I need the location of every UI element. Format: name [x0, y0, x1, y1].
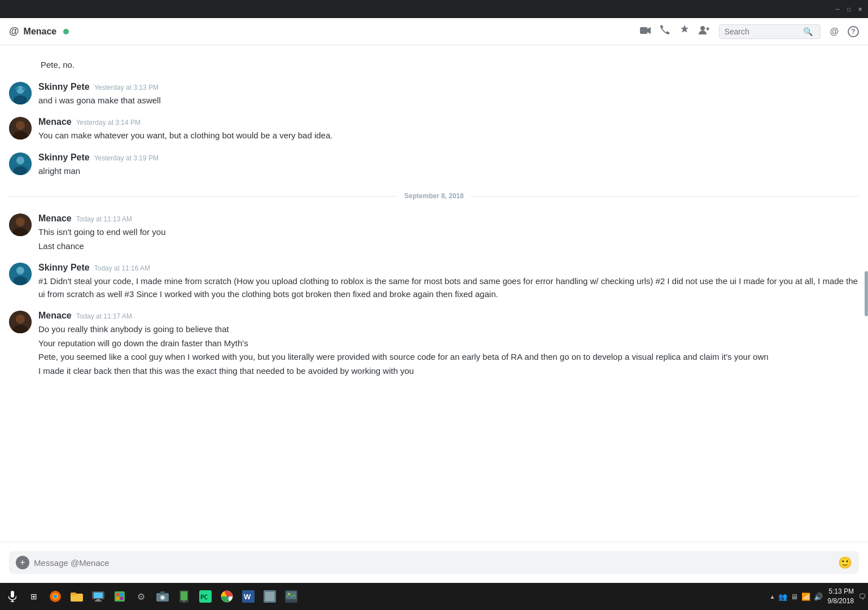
username: Menace [38, 117, 72, 127]
title-bar: ─ □ ✕ [0, 0, 868, 18]
message-group: Skinny Pete Today at 11:16 AM #1 Didn't … [0, 258, 868, 306]
message-content: Skinny Pete Today at 11:16 AM #1 Didn't … [38, 263, 859, 302]
message-line: You can make whatever you want, but a cl… [38, 129, 859, 142]
timestamp: Yesterday at 3:14 PM [76, 119, 141, 127]
message-line: #1 Didn't steal your code, I made mine f… [38, 275, 859, 300]
chrome-icon[interactable] [217, 586, 237, 607]
emoji-button[interactable]: 🙂 [838, 556, 852, 569]
svg-rect-0 [640, 27, 647, 34]
video-call-icon[interactable] [640, 25, 651, 37]
svg-rect-39 [120, 593, 123, 596]
username: Menace [38, 311, 72, 321]
app-icon-1[interactable] [260, 586, 280, 607]
avatar [9, 263, 32, 285]
svg-rect-32 [71, 592, 76, 595]
search-input[interactable] [724, 27, 803, 36]
message-line: Your reputation will go down the drain f… [38, 337, 859, 350]
message-content: Menace Yesterday at 3:14 PM You can make… [38, 117, 859, 143]
phone-app-icon[interactable] [174, 586, 194, 607]
pin-icon[interactable] [680, 25, 690, 38]
svg-point-20 [16, 267, 24, 274]
message-content: Menace Today at 11:17 AM Do you really t… [38, 311, 859, 378]
file-explorer-icon[interactable] [67, 586, 87, 607]
svg-marker-1 [647, 27, 651, 34]
close-button[interactable]: ✕ [857, 6, 863, 12]
svg-point-23 [16, 315, 25, 324]
message-header: Menace Yesterday at 3:14 PM [38, 117, 859, 127]
svg-rect-25 [11, 591, 14, 598]
message-header: Skinny Pete Yesterday at 3:19 PM [38, 152, 859, 163]
username: Menace [38, 213, 72, 224]
avatar [9, 213, 32, 236]
message-text: and i was gona make that aswell [38, 94, 859, 107]
message-group: Menace Yesterday at 3:14 PM You can make… [0, 112, 868, 148]
username: Skinny Pete [38, 82, 90, 92]
message-line: This isn't going to end well for you [38, 226, 859, 239]
screenshot-icon[interactable] [152, 586, 173, 607]
scrollbar-indicator[interactable] [865, 271, 868, 316]
timestamp: Yesterday at 3:13 PM [94, 84, 159, 91]
add-friend-icon[interactable] [699, 25, 710, 37]
mention-icon[interactable]: @ [830, 27, 839, 37]
help-icon[interactable]: ? [848, 26, 859, 37]
title-bar-controls: ─ □ ✕ [834, 6, 863, 12]
svg-point-7 [14, 95, 27, 104]
message-group: Menace Today at 11:17 AM Do you really t… [0, 306, 868, 383]
image-viewer-icon[interactable] [281, 586, 301, 607]
taskbar-right: ▲ 👥 🖥 📶 🔊 5:13 PM 9/8/2018 🗨 [769, 587, 866, 606]
timestamp: Today at 11:16 AM [94, 264, 150, 272]
firefox-icon[interactable] [45, 586, 65, 607]
svg-rect-35 [97, 599, 100, 600]
maximize-button[interactable]: □ [845, 6, 852, 12]
search-icon: 🔍 [803, 27, 813, 36]
microphone-icon[interactable] [2, 586, 23, 607]
message-text: Pete, no. [41, 59, 859, 72]
message-input-wrapper: + 🙂 [9, 551, 859, 574]
username: Skinny Pete [38, 152, 90, 163]
notification-icon[interactable]: 🗨 [858, 592, 866, 601]
ide-icon[interactable]: PC [195, 586, 216, 607]
message-group: Menace Today at 11:13 AM This isn't goin… [0, 209, 868, 258]
message-header: Skinny Pete Today at 11:16 AM [38, 263, 859, 273]
svg-point-44 [161, 596, 164, 599]
message-line: Pete, no. [41, 59, 859, 72]
tray-expand[interactable]: ▲ [769, 594, 775, 600]
date-separator: September 8, 2018 [0, 183, 868, 209]
task-view-icon[interactable]: ⊞ [24, 586, 44, 607]
attach-button[interactable]: + [16, 556, 29, 569]
search-box[interactable]: 🔍 [719, 24, 821, 39]
svg-rect-34 [94, 592, 103, 598]
taskbar-time[interactable]: 5:13 PM 9/8/2018 [827, 587, 854, 606]
avatar [9, 117, 32, 140]
minimize-button[interactable]: ─ [834, 6, 841, 12]
message-input-area: + 🙂 [0, 542, 868, 583]
svg-rect-36 [95, 600, 102, 602]
paint-icon[interactable] [109, 586, 130, 607]
avatar [9, 152, 32, 175]
message-line: I made it clear back then that this was … [38, 365, 859, 378]
word-icon[interactable]: W [238, 586, 258, 607]
date-display: 9/8/2018 [827, 596, 854, 606]
message-line: alright man [38, 165, 859, 178]
volume-icon[interactable]: 🔊 [814, 592, 823, 601]
svg-rect-56 [265, 592, 274, 601]
desktop-icon[interactable] [88, 586, 108, 607]
message-input[interactable] [34, 558, 834, 568]
network-icon: 🖥 [791, 592, 798, 601]
timestamp: Yesterday at 3:19 PM [94, 154, 159, 162]
message-group: Pete, no. [0, 54, 868, 77]
avatar [9, 82, 32, 104]
phone-icon[interactable] [660, 25, 670, 38]
message-content: Pete, no. [41, 59, 859, 73]
system-tray-icons: ▲ 👥 🖥 📶 🔊 [769, 592, 823, 601]
settings-icon[interactable]: ⚙ [131, 586, 151, 607]
taskbar-left: ⊞ [2, 586, 301, 607]
message-content: Skinny Pete Yesterday at 3:19 PM alright… [38, 152, 859, 179]
message-line: Last chance [38, 240, 859, 253]
svg-point-14 [16, 156, 24, 164]
time-display: 5:13 PM [827, 587, 854, 596]
people-icon: 👥 [778, 592, 787, 601]
message-line: and i was gona make that aswell [38, 94, 859, 107]
separator-date: September 8, 2018 [404, 192, 463, 200]
svg-rect-38 [116, 593, 119, 596]
